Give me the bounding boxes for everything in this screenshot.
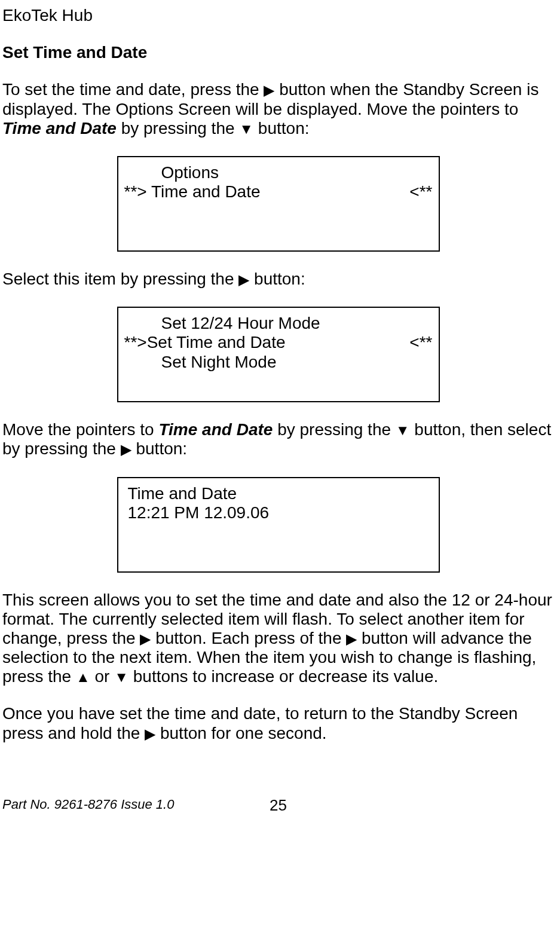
section-heading: Set Time and Date xyxy=(2,43,554,62)
options-screen-box: Options **> Time and Date <** xyxy=(117,156,440,252)
screen1-line2-left: **> Time and Date xyxy=(124,182,261,201)
footer-part-number: Part No. 9261-8276 Issue 1.0 xyxy=(2,797,174,812)
screen2-line2: **>Set Time and Date <** xyxy=(124,333,433,352)
return-paragraph: Once you have set the time and date, to … xyxy=(2,704,554,742)
right-triangle-icon: ▶ xyxy=(140,632,151,646)
para3-text1: Move the pointers to xyxy=(2,420,158,439)
screen2-line3: Set Night Mode xyxy=(124,353,433,372)
right-triangle-icon: ▶ xyxy=(145,727,155,741)
down-triangle-icon: ▼ xyxy=(114,670,128,684)
instructions-paragraph: This screen allows you to set the time a… xyxy=(2,591,554,687)
para5-text2: button for one second. xyxy=(155,724,326,742)
screen2-line2-left: **>Set Time and Date xyxy=(124,333,286,352)
para3-bold1: Time and Date xyxy=(158,420,273,439)
para2-text2: button: xyxy=(249,270,305,288)
screen3-line1: Time and Date xyxy=(128,484,433,503)
screen1-line2: **> Time and Date <** xyxy=(124,182,433,201)
intro-paragraph: To set the time and date, press the ▶ bu… xyxy=(2,80,554,138)
move-pointers-paragraph: Move the pointers to Time and Date by pr… xyxy=(2,420,554,458)
screen1-line1: Options xyxy=(124,163,433,182)
para3-text4: button: xyxy=(131,439,187,458)
up-triangle-icon: ▲ xyxy=(76,670,90,684)
time-date-screen-box: Time and Date 12:21 PM 12.09.06 xyxy=(117,477,440,573)
para1-bold1: Time and Date xyxy=(2,119,117,137)
para3-text2: by pressing the xyxy=(273,420,395,439)
down-triangle-icon: ▼ xyxy=(396,423,410,438)
para1-text1: To set the time and date, press the xyxy=(2,80,264,99)
screen1-line2-right: <** xyxy=(409,182,432,201)
para2-text1: Select this item by pressing the xyxy=(2,270,238,288)
right-triangle-icon: ▶ xyxy=(238,273,249,287)
screen2-line2-right: <** xyxy=(409,333,432,352)
footer-page-number: 25 xyxy=(270,797,287,815)
right-triangle-icon: ▶ xyxy=(121,442,131,457)
right-triangle-icon: ▶ xyxy=(346,632,357,646)
screen2-line1: Set 12/24 Hour Mode xyxy=(124,314,433,333)
para1-text4: button: xyxy=(253,119,309,137)
down-triangle-icon: ▼ xyxy=(239,122,253,136)
para4-text5: buttons to increase or decrease its valu… xyxy=(128,667,438,686)
right-triangle-icon: ▶ xyxy=(264,83,274,97)
select-item-paragraph: Select this item by pressing the ▶ butto… xyxy=(2,270,554,289)
submenu-screen-box: Set 12/24 Hour Mode **>Set Time and Date… xyxy=(117,307,440,402)
para4-text4: or xyxy=(90,667,114,686)
para1-text3: by pressing the xyxy=(117,119,239,137)
document-header: EkoTek Hub xyxy=(2,6,554,25)
para4-text2: button. Each press of the xyxy=(151,629,346,647)
screen3-line2: 12:21 PM 12.09.06 xyxy=(128,503,433,522)
page-footer: Part No. 9261-8276 Issue 1.0 25 xyxy=(2,797,554,812)
